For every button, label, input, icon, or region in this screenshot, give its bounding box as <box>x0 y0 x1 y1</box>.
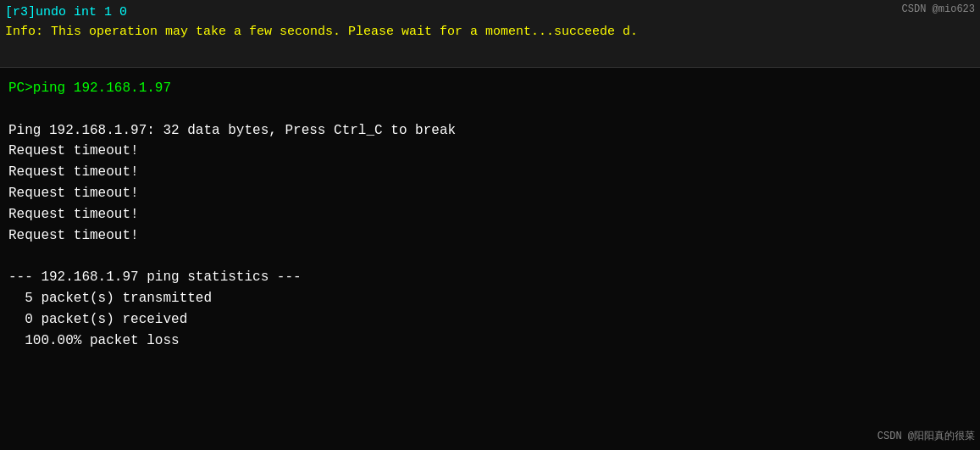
stats-line-2: 0 packet(s) received <box>8 309 972 331</box>
empty-line-1 <box>8 99 972 120</box>
top-bar: [r3]undo int 1 0 Info: This operation ma… <box>0 0 980 68</box>
undo-command-line: [r3]undo int 1 0 <box>0 3 980 21</box>
stats-line-3: 100.00% packet loss <box>8 331 972 352</box>
timeout-line-5: Request timeout! <box>8 225 972 247</box>
ping-prompt-line: PC>ping 192.168.1.97 <box>8 78 972 99</box>
timeout-line-1: Request timeout! <box>8 141 972 162</box>
main-terminal: PC>ping 192.168.1.97 Ping 192.168.1.97: … <box>0 68 980 450</box>
timeout-line-4: Request timeout! <box>8 204 972 225</box>
ping-info-line: Ping 192.168.1.97: 32 data bytes, Press … <box>8 120 972 142</box>
top-watermark: CSDN @mio623 <box>902 3 975 15</box>
stats-line-1: 5 packet(s) transmitted <box>8 288 972 309</box>
timeout-line-3: Request timeout! <box>8 183 972 204</box>
timeout-line-2: Request timeout! <box>8 162 972 183</box>
info-message-line: Info: This operation may take a few seco… <box>0 21 980 42</box>
stats-header-line: --- 192.168.1.97 ping statistics --- <box>8 267 972 288</box>
bottom-watermark: CSDN @阳阳真的很菜 <box>878 429 975 443</box>
empty-line-2 <box>8 246 972 267</box>
